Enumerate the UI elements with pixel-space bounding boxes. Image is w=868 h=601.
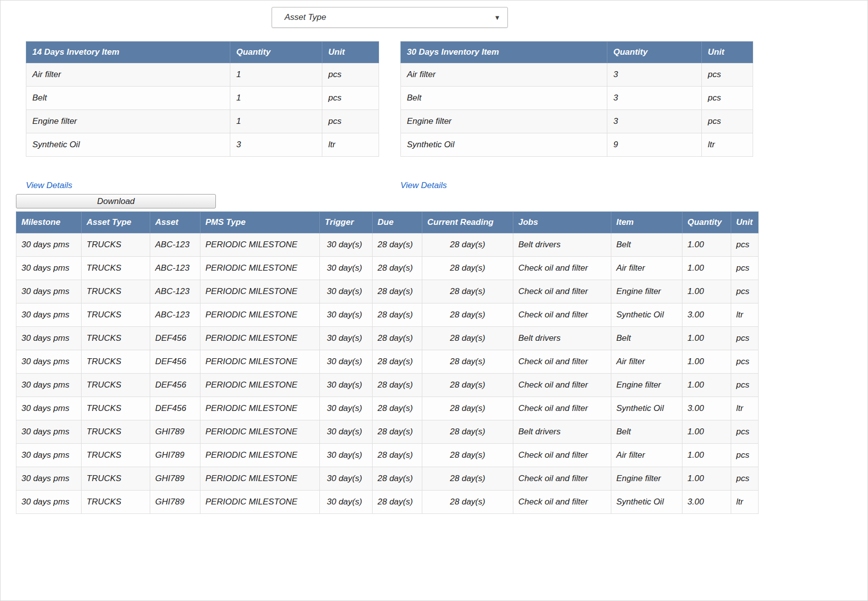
table-cell: 30 days pms [16,233,82,257]
table-cell: TRUCKS [82,257,150,280]
table-cell: 1 [230,63,322,87]
table-cell: Check oil and filter [513,280,611,303]
view-details-link-14[interactable]: View Details [26,181,72,191]
table-cell: 28 day(s) [422,303,513,327]
column-header: Current Reading [422,212,513,233]
table-cell: 30 days pms [16,467,82,491]
table-cell: 30 day(s) [320,397,373,420]
table-cell: 30 day(s) [320,257,373,280]
asset-type-dropdown-value: Asset Type [285,12,494,22]
table-row: 30 days pmsTRUCKSDEF456PERIODIC MILESTON… [16,327,759,350]
table-cell: Belt [611,233,682,257]
table-row: 30 days pmsTRUCKSGHI789PERIODIC MILESTON… [16,420,759,444]
table-cell: DEF456 [150,327,200,350]
table-cell: 30 day(s) [320,280,373,303]
table-row: 30 days pmsTRUCKSDEF456PERIODIC MILESTON… [16,374,759,397]
table-cell: 1 [230,87,322,110]
table-cell: DEF456 [150,374,200,397]
column-header: 30 Days Inventory Item [401,42,607,63]
table-cell: 9 [607,133,702,157]
table-row: 30 days pmsTRUCKSABC-123PERIODIC MILESTO… [16,303,759,327]
table-cell: 28 day(s) [373,374,422,397]
table-row: 30 days pmsTRUCKSABC-123PERIODIC MILESTO… [16,233,759,257]
table-cell: 30 days pms [16,257,82,280]
table-cell: pcs [322,87,379,110]
table-cell: ltr [731,491,759,514]
column-header: Due [373,212,422,233]
table-cell: 28 day(s) [373,257,422,280]
column-header: Unit [322,42,379,63]
table-cell: 1.00 [682,327,731,350]
table-cell: ABC-123 [150,233,200,257]
table-cell: 28 day(s) [373,491,422,514]
table-cell: Engine filter [611,467,682,491]
table-cell: PERIODIC MILESTONE [200,280,320,303]
table-cell: TRUCKS [82,420,150,444]
table-header-row: 14 Days Invetory ItemQuantityUnit [26,42,379,63]
column-header: Quantity [230,42,322,63]
table-row: Engine filter3pcs [401,110,753,133]
table-cell: 3 [607,63,702,87]
table-cell: 28 day(s) [422,233,513,257]
table-cell: 1.00 [682,233,731,257]
asset-type-dropdown[interactable]: Asset Type ▼ [272,7,508,28]
table-cell: Engine filter [401,110,607,133]
table-cell: 28 day(s) [422,491,513,514]
table-cell: TRUCKS [82,444,150,467]
table-cell: 28 day(s) [422,397,513,420]
table-cell: 28 day(s) [422,420,513,444]
table-cell: 3.00 [682,303,731,327]
table-row: 30 days pmsTRUCKSGHI789PERIODIC MILESTON… [16,467,759,491]
table-cell: 3 [607,110,702,133]
table-cell: 3.00 [682,397,731,420]
column-header: Trigger [320,212,373,233]
table-cell: DEF456 [150,397,200,420]
table-cell: Synthetic Oil [26,133,230,157]
table-cell: pcs [702,87,753,110]
table-cell: 1.00 [682,444,731,467]
view-details-link-30[interactable]: View Details [400,181,447,191]
table-cell: TRUCKS [82,374,150,397]
table-row: Belt1pcs [26,87,379,110]
table-cell: PERIODIC MILESTONE [200,420,320,444]
table-cell: Engine filter [26,110,230,133]
table-cell: 1.00 [682,350,731,374]
page-container: Asset Type ▼ 14 Days Invetory ItemQuanti… [0,0,868,601]
inventory-30-days-table: 30 Days Inventory ItemQuantityUnit Air f… [400,41,753,157]
column-header: Asset Type [82,212,150,233]
download-button[interactable]: Download [16,194,216,208]
table-cell: 30 day(s) [320,327,373,350]
table-cell: 1.00 [682,420,731,444]
table-cell: 28 day(s) [422,327,513,350]
table-cell: 30 day(s) [320,444,373,467]
table-cell: Synthetic Oil [611,303,682,327]
table-cell: 1.00 [682,280,731,303]
table-cell: Belt [26,87,230,110]
table-row: 30 days pmsTRUCKSDEF456PERIODIC MILESTON… [16,350,759,374]
table-row: Synthetic Oil3ltr [26,133,379,157]
column-header: Jobs [513,212,611,233]
table-cell: Check oil and filter [513,257,611,280]
table-cell: Synthetic Oil [611,397,682,420]
table-cell: ltr [322,133,379,157]
table-cell: PERIODIC MILESTONE [200,350,320,374]
table-cell: PERIODIC MILESTONE [200,397,320,420]
table-cell: PERIODIC MILESTONE [200,491,320,514]
table-cell: 1.00 [682,374,731,397]
table-cell: TRUCKS [82,350,150,374]
table-header-row: MilestoneAsset TypeAssetPMS TypeTriggerD… [16,212,759,233]
milestone-table: MilestoneAsset TypeAssetPMS TypeTriggerD… [16,211,759,514]
table-cell: pcs [702,110,753,133]
table-cell: Belt drivers [513,420,611,444]
table-cell: pcs [731,327,759,350]
table-cell: PERIODIC MILESTONE [200,233,320,257]
chevron-down-icon: ▼ [494,14,500,21]
table-cell: PERIODIC MILESTONE [200,467,320,491]
table-cell: PERIODIC MILESTONE [200,374,320,397]
column-header: 14 Days Invetory Item [26,42,230,63]
table-cell: 3.00 [682,491,731,514]
table-cell: 30 day(s) [320,491,373,514]
table-row: 30 days pmsTRUCKSABC-123PERIODIC MILESTO… [16,257,759,280]
table-cell: TRUCKS [82,467,150,491]
table-cell: Belt drivers [513,327,611,350]
